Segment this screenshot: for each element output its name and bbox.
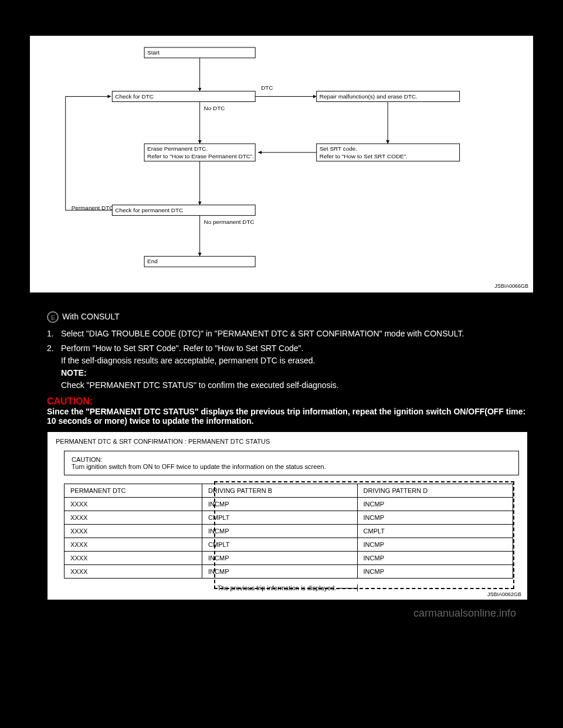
with-consult-text: With CONSULT bbox=[62, 311, 120, 323]
table-cell: CMPLT bbox=[357, 525, 513, 538]
with-consult-heading: With CONSULT bbox=[47, 311, 534, 323]
status-table: PERMANENT DTC DRIVING PATTERN B DRIVING … bbox=[64, 484, 513, 579]
table-cell: INCMP bbox=[357, 565, 513, 579]
table-cell: INCMP bbox=[357, 552, 513, 565]
table-cell: XXXX bbox=[65, 525, 202, 538]
table-figure-id: JSBIA0062GB bbox=[487, 591, 521, 597]
flow-repair: Repair malfunction(s) and erase DTC. bbox=[320, 93, 418, 100]
flow-no-perm: No permanent DTC bbox=[204, 219, 255, 225]
table-cell: CMPLT bbox=[202, 511, 357, 525]
prev-trip-note: The previous trip information is display… bbox=[56, 584, 519, 591]
flow-end: End bbox=[147, 258, 158, 264]
table-cell: INCMP bbox=[202, 525, 357, 538]
step2-cont: If the self-diagnosis results are accept… bbox=[61, 356, 315, 365]
prev-trip-pointer bbox=[340, 588, 357, 588]
table-cell: INCMP bbox=[202, 565, 357, 579]
status-table-figure: PERMANENT DTC & SRT CONFIRMATION : PERMA… bbox=[47, 431, 528, 600]
flow-srt2: Refer to "How to Set SRT CODE". bbox=[320, 153, 408, 159]
caution-text: Since the "PERMANENT DTC STATUS" display… bbox=[47, 407, 534, 426]
th-pattern-d: DRIVING PATTERN D bbox=[357, 484, 513, 498]
th-permanent-dtc: PERMANENT DTC bbox=[65, 484, 202, 498]
table-title: PERMANENT DTC & SRT CONFIRMATION : PERMA… bbox=[56, 438, 519, 445]
flow-no-dtc: No DTC bbox=[204, 105, 225, 111]
flowchart-figure-id: JSBIA0066GB bbox=[494, 283, 528, 289]
table-caution-box: CAUTION: Turn ignition switch from ON to… bbox=[64, 451, 519, 475]
watermark: carmanualsonline.info bbox=[29, 607, 534, 620]
table-cell: XXXX bbox=[65, 511, 202, 525]
svg-rect-0 bbox=[144, 47, 255, 58]
flow-erase1: Erase Permanent DTC. bbox=[147, 145, 208, 152]
table-cell: INCMP bbox=[357, 498, 513, 511]
flow-srt1: Set SRT code. bbox=[320, 145, 357, 152]
caution-label: CAUTION: bbox=[47, 396, 534, 407]
flow-erase2: Refer to "How to Erase Permanent DTC". bbox=[147, 153, 254, 159]
table-cell: INCMP bbox=[202, 552, 357, 565]
table-cell: INCMP bbox=[202, 498, 357, 511]
table-cell: INCMP bbox=[357, 538, 513, 552]
th-pattern-b: DRIVING PATTERN B bbox=[202, 484, 357, 498]
flow-start: Start bbox=[147, 49, 160, 56]
table-caution-text: Turn ignition switch from ON to OFF twic… bbox=[72, 463, 326, 470]
flow-perm-label: Permanent DTC bbox=[72, 205, 114, 211]
consult-icon bbox=[47, 311, 59, 323]
prev-trip-text: The previous trip information is display… bbox=[218, 584, 337, 591]
flow-check-perm: Check for permanent DTC bbox=[115, 207, 183, 213]
svg-rect-16 bbox=[144, 256, 255, 267]
step2-text: Perform "How to Set SRT Code". Refer to … bbox=[61, 343, 303, 353]
note-label: NOTE: bbox=[61, 368, 87, 377]
table-cell: CMPLT bbox=[202, 538, 357, 552]
table-cell: XXXX bbox=[65, 552, 202, 565]
flow-check-dtc: Check for DTC bbox=[115, 93, 154, 100]
table-cell: XXXX bbox=[65, 498, 202, 511]
flowchart-figure: Start Check for DTC DTC Repair malfuncti… bbox=[29, 35, 534, 293]
table-cell: XXXX bbox=[65, 565, 202, 579]
step-list: 1.Select "DIAG TROUBLE CODE (DTC)" in "P… bbox=[47, 328, 534, 392]
table-cell: INCMP bbox=[357, 511, 513, 525]
table-caution-label: CAUTION: bbox=[72, 456, 103, 463]
note-text: Check "PERMANENT DTC STATUS" to confirm … bbox=[61, 380, 339, 390]
table-cell: XXXX bbox=[65, 538, 202, 552]
flow-dtc-label: DTC bbox=[261, 84, 273, 91]
step1-text: Select "DIAG TROUBLE CODE (DTC)" in "PER… bbox=[61, 328, 464, 340]
